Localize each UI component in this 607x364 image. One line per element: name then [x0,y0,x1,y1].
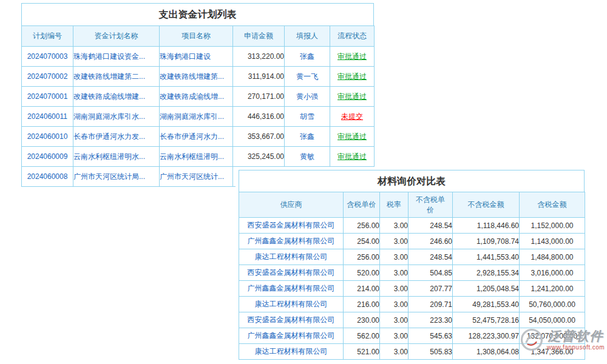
supplier-cell[interactable]: 康达工程材料有限公司 [239,297,344,312]
table-row: 西安盛器金属材料有限公司 230.00 3.00 223.30 52,475,7… [239,312,585,328]
column-header-plan-id: 计划编号 [22,26,73,47]
supplier-cell[interactable]: 广州鑫鑫金属材料有限公司 [239,281,344,297]
supplier-cell[interactable]: 康达工程材料有限公司 [239,344,344,360]
project-name-cell[interactable]: 改建铁路成渝线增... [160,87,233,107]
amount-tax-cell: 1,143,000.00 [520,234,585,249]
table-row: 广州鑫鑫金属材料有限公司 254.00 3.00 246.60 1,109,70… [239,234,585,249]
plan-id-cell[interactable]: 2024060008 [22,167,73,187]
supplier-cell[interactable]: 康达工程材料有限公司 [239,249,344,265]
apply-amount-cell: 446,316.00 [233,107,285,127]
filler-cell: 张鑫 [285,127,330,147]
table-row: 2024070001 改建铁路成渝线增建... 改建铁路成渝线增... 270,… [22,87,375,107]
supplier-cell[interactable]: 西安盛器金属材料有限公司 [239,218,344,234]
unit-price-tax-cell: 256.00 [344,218,380,234]
column-header-apply-amount: 申请金额 [233,26,285,47]
unit-price-no-tax-cell: 209.71 [409,297,453,312]
project-name-cell[interactable]: 广州市天河区统计... [160,167,233,187]
column-header-tax-rate: 税率 [380,192,409,218]
amount-tax-cell: 1,152,000.00 [520,218,585,234]
supplier-cell[interactable]: 西安盛器金属材料有限公司 [239,312,344,328]
plan-id-cell[interactable]: 2024060010 [22,127,73,147]
table-row: 广州鑫鑫金属材料有限公司 214.00 3.00 207.77 1,205,04… [239,281,585,297]
brand-name: 泛普软件 [548,329,604,343]
unit-price-tax-cell: 214.00 [344,281,380,297]
apply-amount-cell: 311,914.00 [233,67,285,87]
filler-cell: 张鑫 [285,47,330,67]
project-name-cell[interactable]: 长春市伊通河水力... [160,127,233,147]
amount-no-tax-cell: 52,475,728.16 [453,312,520,328]
amount-tax-cell: 1,241,200.00 [520,281,585,297]
flow-status-cell[interactable]: 未提交 [330,107,375,127]
column-header-amount-no-tax: 不含税金额 [453,192,520,218]
flow-status-cell[interactable]: 审批通过 [330,87,375,107]
plan-id-cell[interactable]: 2024070003 [22,47,73,67]
plan-table-title: 支出资金计划列表 [21,3,374,25]
unit-price-no-tax-cell: 505.83 [409,344,453,360]
project-name-cell[interactable]: 云南水利枢纽潜明... [160,147,233,167]
tax-rate-cell: 3.00 [380,281,409,297]
unit-price-no-tax-cell: 246.60 [409,234,453,249]
amount-no-tax-cell: 1,205,048.54 [453,281,520,297]
column-header-unit-price-no-tax-label: 不含税单价 [415,195,446,214]
unit-price-tax-cell: 520.00 [344,265,380,281]
fund-plan-name-cell[interactable]: 珠海鹤港口建设资金... [73,47,160,67]
unit-price-no-tax-cell: 207.77 [409,281,453,297]
flow-status-cell[interactable]: 审批通过 [330,47,375,67]
column-header-filler: 填报人 [285,26,330,47]
unit-price-tax-cell: 256.00 [344,249,380,265]
filler-cell: 黄一飞 [285,67,330,87]
unit-price-tax-cell: 562.00 [344,328,380,344]
table-row: 2024060011 湖南洞庭湖水库引水... 湖南洞庭湖水库引... 446,… [22,107,375,127]
project-name-cell[interactable]: 改建铁路线增建第... [160,67,233,87]
plan-id-cell[interactable]: 2024060011 [22,107,73,127]
filler-cell: 黄敏 [285,147,330,167]
tax-rate-cell: 3.00 [380,234,409,249]
plan-id-cell[interactable]: 2024070001 [22,87,73,107]
table-row: 西安盛器金属材料有限公司 520.00 3.00 504.85 2,928,15… [239,265,585,281]
supplier-cell[interactable]: 西安盛器金属材料有限公司 [239,265,344,281]
apply-amount-cell: 270,171.00 [233,87,285,107]
table-row: 西安盛器金属材料有限公司 256.00 3.00 248.54 1,118,44… [239,218,585,234]
filler-cell: 胡雪 [285,107,330,127]
brand-text-block: 泛普软件 www.fanpusoft.com [547,329,605,350]
filler-cell: 黄小强 [285,87,330,107]
quote-table-header-row: 供应商 含税单价 税率 不含税单价 不含税金额 含税金额 [239,192,585,218]
fund-plan-name-cell[interactable]: 广州市天河区统计局... [73,167,160,187]
unit-price-no-tax-cell: 545.63 [409,328,453,344]
fund-plan-name-cell[interactable]: 改建铁路成渝线增建... [73,87,160,107]
flow-status-cell[interactable]: 审批通过 [330,127,375,147]
amount-tax-cell: 54,050,000.00 [520,312,585,328]
plan-id-cell[interactable]: 2024060009 [22,147,73,167]
plan-table: 计划编号 资金计划名称 项目名称 申请金额 填报人 流程状态 202407000… [21,25,375,187]
fund-plan-name-cell[interactable]: 改建铁路线增建第二... [73,67,160,87]
apply-amount-cell: 353,667.00 [233,127,285,147]
column-header-flow-status: 流程状态 [330,26,375,47]
tax-rate-cell: 3.00 [380,344,409,360]
unit-price-no-tax-cell: 223.30 [409,312,453,328]
fund-plan-name-cell[interactable]: 云南水利枢纽潜明水... [73,147,160,167]
flow-status-cell[interactable]: 审批通过 [330,147,375,167]
plan-id-cell[interactable]: 2024070002 [22,67,73,87]
apply-amount-cell: 325,245.00 [233,147,285,167]
flow-status-cell[interactable]: 审批通过 [330,67,375,87]
amount-no-tax-cell: 1,441,553.40 [453,249,520,265]
supplier-cell[interactable]: 广州鑫鑫金属材料有限公司 [239,328,344,344]
brand-watermark: 泛普软件 www.fanpusoft.com [520,328,605,352]
project-name-cell[interactable]: 湖南洞庭湖水库引... [160,107,233,127]
amount-no-tax-cell: 1,109,708.74 [453,234,520,249]
unit-price-tax-cell: 254.00 [344,234,380,249]
plan-table-body: 2024070003 珠海鹤港口建设资金... 珠海鹤港口建设 313,220.… [22,47,375,187]
table-row: 2024070002 改建铁路线增建第二... 改建铁路线增建第... 311,… [22,67,375,87]
supplier-cell[interactable]: 广州鑫鑫金属材料有限公司 [239,234,344,249]
amount-no-tax-cell: 2,928,155.34 [453,265,520,281]
project-name-cell[interactable]: 珠海鹤港口建设 [160,47,233,67]
fund-plan-name-cell[interactable]: 湖南洞庭湖水库引水... [73,107,160,127]
unit-price-no-tax-cell: 248.54 [409,218,453,234]
fund-plan-name-cell[interactable]: 长春市伊通河水力发... [73,127,160,147]
amount-tax-cell: 3,016,000.00 [520,265,585,281]
unit-price-tax-cell: 216.00 [344,297,380,312]
column-header-unit-price-tax: 含税单价 [344,192,380,218]
unit-price-tax-cell: 230.00 [344,312,380,328]
column-header-unit-price-no-tax: 不含税单价 [409,192,453,218]
tax-rate-cell: 3.00 [380,297,409,312]
